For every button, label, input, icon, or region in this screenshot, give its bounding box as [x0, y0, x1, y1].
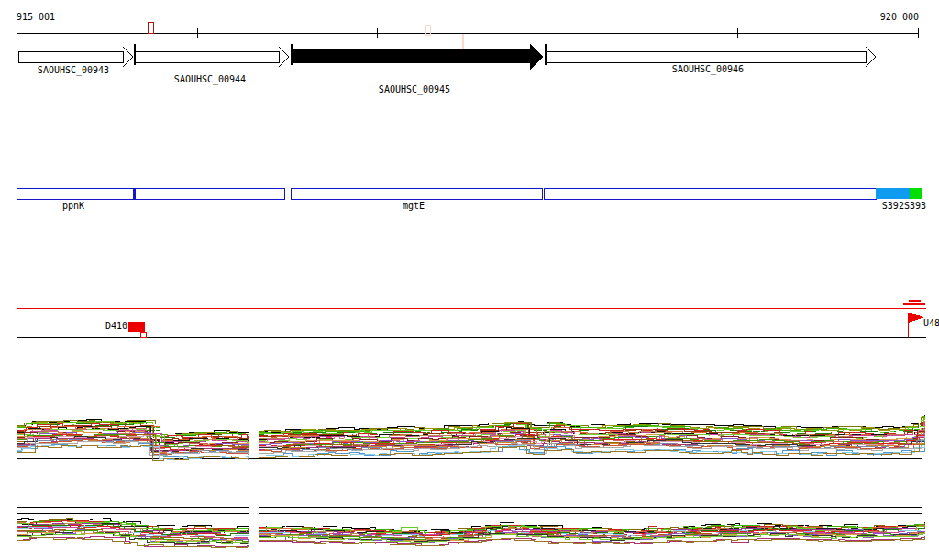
browser-canvas[interactable]: [0, 0, 939, 560]
gene-label-saouhsc-00945: SAOUHSC_00945: [379, 84, 450, 94]
gene-label-saouhsc-00946: SAOUHSC_00946: [672, 64, 744, 74]
genome-browser-window: 915 001 920 000 SAOUHSC_00943 SAOUHSC_00…: [0, 0, 939, 560]
feature-box-unnamed[interactable]: [544, 188, 876, 199]
feature-label-mgte: mgtE: [403, 201, 425, 211]
ruler-start-coordinate: 915 001: [17, 12, 55, 22]
gene-label-saouhsc-00944: SAOUHSC_00944: [174, 74, 246, 84]
ruler-end-coordinate: 920 000: [880, 12, 919, 22]
feature-box-ppnk[interactable]: [17, 188, 284, 199]
gene-arrow-saouhsc_00944[interactable]: [135, 44, 289, 67]
feature-box-s393[interactable]: [910, 188, 922, 199]
gene-label-saouhsc-00943: SAOUHSC_00943: [38, 65, 109, 75]
gene-arrow-saouhsc_00945[interactable]: [292, 44, 544, 70]
flag-u48[interactable]: [908, 313, 924, 337]
ruler[interactable]: [17, 22, 918, 49]
feature-box-s392[interactable]: [876, 188, 910, 199]
coverage-plot-upper[interactable]: [17, 415, 924, 460]
coverage-line: [17, 533, 248, 544]
feature-label-s392-s393: S392S393: [882, 201, 926, 211]
gene-arrow-saouhsc_00943[interactable]: [18, 47, 133, 67]
flag-label-u48: U48: [923, 318, 939, 328]
flag-label-d410: D410: [105, 321, 127, 331]
flag-d410[interactable]: [128, 322, 146, 337]
signal-track: [17, 301, 926, 337]
feature-label-ppnk: ppnK: [62, 201, 84, 211]
coverage-plot-lower[interactable]: [17, 507, 924, 547]
ruler-marker: [148, 22, 153, 33]
feature-box-mgte[interactable]: [291, 188, 542, 199]
